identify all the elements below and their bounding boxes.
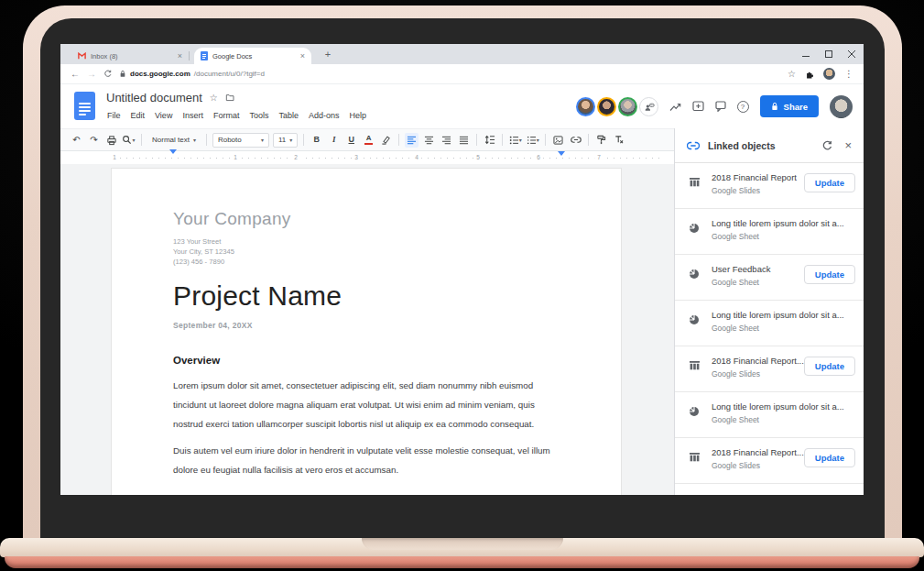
zoom-icon[interactable]: ▾ bbox=[122, 133, 136, 148]
menu-edit[interactable]: Edit bbox=[131, 111, 146, 120]
document-page[interactable]: Your Company 123 Your Street Your City, … bbox=[111, 168, 622, 495]
browser-profile-avatar[interactable] bbox=[823, 68, 835, 80]
align-center-icon[interactable] bbox=[422, 133, 436, 148]
align-right-icon[interactable] bbox=[440, 133, 453, 148]
collaborator-avatar[interactable] bbox=[597, 97, 616, 116]
address-field[interactable]: docs.google.com/document/u/0/?tgif=d bbox=[119, 70, 265, 78]
menu-view[interactable]: View bbox=[155, 111, 172, 120]
linked-object-source: Google Sheet bbox=[712, 232, 856, 241]
project-date: September 04, 20XX bbox=[173, 321, 560, 330]
update-button[interactable]: Update bbox=[804, 448, 855, 467]
menu-addons[interactable]: Add-ons bbox=[309, 111, 340, 120]
font-select[interactable]: Roboto▾ bbox=[212, 133, 269, 148]
close-window-icon[interactable] bbox=[848, 50, 855, 58]
linked-object-title: 2018 Financial Report bbox=[712, 172, 807, 182]
pie-chart-icon bbox=[689, 406, 700, 417]
linked-object-title: Long title lorem ipsum dolor sit a... bbox=[712, 310, 856, 320]
linked-object-title: Long title lorem ipsum dolor sit a... bbox=[712, 401, 856, 412]
browser-menu-icon[interactable]: ⋮ bbox=[844, 69, 853, 79]
linked-object-row[interactable]: 2018 Financial Report... Google Slides U… bbox=[675, 438, 864, 484]
panel-title: Linked objects bbox=[708, 140, 776, 151]
forward-icon[interactable]: → bbox=[87, 69, 96, 79]
docs-toolbar: ↶ ↷ ▾ Normal text▾ Roboto▾ 11▾ B I U A ▾… bbox=[60, 128, 674, 151]
paragraph-style-select[interactable]: Normal text▾ bbox=[147, 133, 201, 148]
close-tab-icon[interactable]: × bbox=[300, 51, 305, 60]
align-left-icon[interactable] bbox=[405, 133, 419, 148]
collaborator-avatar[interactable] bbox=[576, 97, 595, 116]
url-path: /document/u/0/?tgif=d bbox=[194, 70, 265, 78]
ruler[interactable]: 1 1 2 3 4 5 6 7 bbox=[60, 152, 674, 163]
move-folder-icon[interactable] bbox=[225, 93, 234, 102]
ruler-number: 5 bbox=[473, 154, 483, 160]
insert-image-icon[interactable] bbox=[551, 133, 565, 148]
linked-object-row[interactable]: 2018 Financial Report... Google Slides U… bbox=[675, 346, 864, 392]
redo-icon[interactable]: ↷ bbox=[87, 133, 101, 148]
help-icon[interactable]: ? bbox=[737, 101, 749, 113]
linked-object-row[interactable]: Long title lorem ipsum dolor sit a... Go… bbox=[675, 301, 864, 346]
star-document-icon[interactable]: ☆ bbox=[210, 93, 218, 103]
bold-icon[interactable]: B bbox=[310, 133, 323, 148]
menu-tools[interactable]: Tools bbox=[249, 111, 268, 120]
bulleted-list-icon[interactable]: ▾ bbox=[508, 133, 522, 148]
bookmark-star-icon[interactable]: ☆ bbox=[788, 69, 796, 79]
refresh-icon[interactable] bbox=[821, 140, 832, 151]
ruler-number: 2 bbox=[291, 154, 300, 160]
extensions-puzzle-icon[interactable] bbox=[805, 70, 814, 79]
bar-chart-icon bbox=[689, 360, 701, 371]
panel-header: Linked objects × bbox=[675, 128, 864, 163]
menu-help[interactable]: Help bbox=[349, 111, 366, 120]
share-button[interactable]: Share bbox=[760, 95, 819, 117]
tab-separator bbox=[189, 51, 190, 60]
new-tab-button[interactable]: + bbox=[321, 47, 335, 61]
font-size-select[interactable]: 11▾ bbox=[273, 133, 298, 148]
linked-object-row[interactable]: User Feedback Google Sheet Update bbox=[675, 255, 864, 301]
numbered-list-icon[interactable]: ▾ bbox=[526, 133, 539, 148]
account-avatar[interactable] bbox=[830, 95, 853, 118]
menu-bar: File Edit View Insert Format Tools Table… bbox=[107, 111, 366, 120]
linked-object-row[interactable]: Long title lorem ipsum dolor sit a... Go… bbox=[675, 209, 864, 255]
reload-icon[interactable] bbox=[103, 70, 112, 78]
tab-google-docs[interactable]: Google Docs × bbox=[194, 48, 311, 64]
underline-icon[interactable]: U bbox=[344, 133, 358, 148]
linked-object-title: Long title lorem ipsum dolor sit a... bbox=[712, 218, 856, 228]
menu-table[interactable]: Table bbox=[278, 111, 299, 120]
anonymous-viewers-icon[interactable] bbox=[639, 97, 658, 116]
paint-format-icon[interactable] bbox=[594, 133, 608, 148]
comment-icon[interactable] bbox=[715, 101, 726, 112]
document-title[interactable]: Untitled document bbox=[106, 91, 202, 104]
insert-link-icon[interactable] bbox=[569, 133, 582, 148]
company-address: 123 Your Street Your City, ST 12345 (123… bbox=[173, 236, 560, 267]
bar-chart-icon bbox=[689, 177, 701, 188]
back-icon[interactable]: ← bbox=[71, 69, 80, 79]
update-button[interactable]: Update bbox=[804, 265, 855, 284]
linked-object-source: Google Sheet bbox=[712, 324, 856, 333]
linked-object-row[interactable]: Long title lorem ipsum dolor sit a... Go… bbox=[675, 392, 864, 438]
maximize-icon[interactable] bbox=[825, 50, 832, 58]
undo-icon[interactable]: ↶ bbox=[70, 133, 83, 148]
linked-object-row[interactable]: 2018 Financial Report Google Slides Upda… bbox=[675, 163, 864, 209]
minimize-icon[interactable] bbox=[802, 50, 810, 58]
gmail-icon bbox=[78, 52, 86, 60]
clear-formatting-icon[interactable] bbox=[612, 133, 625, 148]
menu-insert[interactable]: Insert bbox=[182, 111, 203, 120]
collaborator-avatar[interactable] bbox=[618, 97, 637, 116]
menu-file[interactable]: File bbox=[107, 111, 121, 120]
update-button[interactable]: Update bbox=[804, 357, 855, 376]
italic-icon[interactable]: I bbox=[327, 133, 341, 148]
line-spacing-icon[interactable] bbox=[483, 133, 496, 148]
close-panel-icon[interactable]: × bbox=[844, 139, 852, 151]
text-color-icon[interactable]: A bbox=[362, 133, 375, 148]
open-comment-history-icon[interactable] bbox=[692, 101, 704, 112]
tab-inbox[interactable]: Inbox (8) × bbox=[71, 48, 189, 64]
menu-format[interactable]: Format bbox=[213, 111, 240, 120]
close-tab-icon[interactable]: × bbox=[178, 51, 182, 60]
update-button[interactable]: Update bbox=[804, 173, 855, 192]
highlight-color-icon[interactable] bbox=[379, 133, 393, 148]
activity-trend-icon[interactable] bbox=[669, 102, 681, 112]
print-icon[interactable] bbox=[104, 133, 118, 148]
align-justify-icon[interactable] bbox=[457, 133, 471, 148]
docs-icon bbox=[201, 51, 208, 60]
lock-icon bbox=[119, 70, 126, 78]
body-paragraph: Lorem ipsum dolor sit amet, consectetuer… bbox=[173, 376, 560, 434]
google-docs-logo[interactable] bbox=[74, 92, 95, 120]
